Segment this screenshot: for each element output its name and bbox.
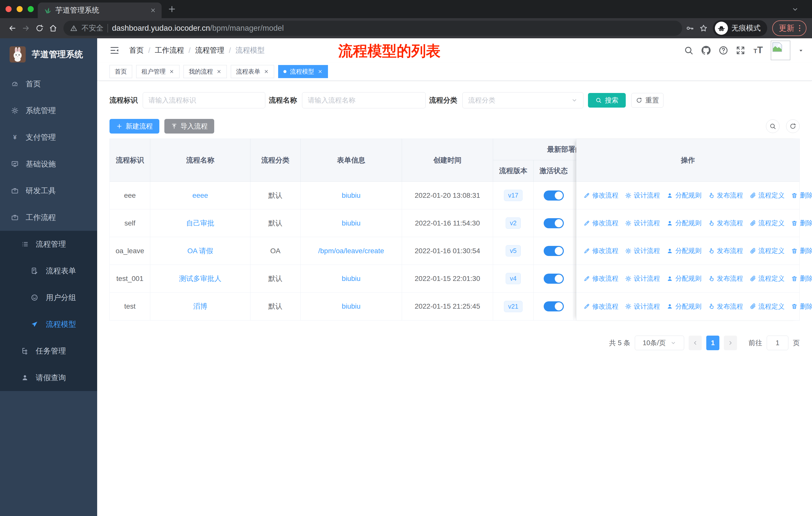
window-controls[interactable] bbox=[5, 6, 34, 12]
cell-form-link[interactable]: /bpm/oa/leave/create bbox=[318, 247, 384, 255]
sidebar-item-5[interactable]: 工作流程 bbox=[0, 204, 97, 231]
toggle-search-panel-button[interactable] bbox=[766, 119, 780, 133]
zoom-window-button[interactable] bbox=[28, 6, 34, 12]
import-process-button[interactable]: 导入流程 bbox=[164, 119, 214, 134]
active-toggle[interactable] bbox=[544, 274, 564, 284]
action-user-link[interactable]: 分配规则 bbox=[667, 274, 701, 283]
action-hand-link[interactable]: 发布流程 bbox=[708, 219, 743, 227]
tag-tab-0[interactable]: 首页 bbox=[110, 65, 132, 78]
action-trash-link[interactable]: 删除 bbox=[791, 274, 812, 283]
close-window-button[interactable] bbox=[5, 6, 11, 12]
sidebar-item-10[interactable]: 任务管理 bbox=[0, 337, 97, 364]
action-gear-link[interactable]: 设计流程 bbox=[625, 274, 660, 283]
action-pen-link[interactable]: 修改流程 bbox=[583, 246, 618, 255]
action-user-link[interactable]: 分配规则 bbox=[667, 219, 701, 227]
cell-form-link[interactable]: biubiu bbox=[342, 275, 361, 283]
tab-close-icon[interactable] bbox=[150, 7, 156, 13]
action-user-link[interactable]: 分配规则 bbox=[667, 246, 701, 255]
page-size-select[interactable]: 10条/页 bbox=[635, 335, 684, 350]
bookmark-star-icon[interactable] bbox=[699, 24, 708, 32]
sidebar-item-1[interactable]: 系统管理 bbox=[0, 97, 97, 124]
action-hand-link[interactable]: 发布流程 bbox=[708, 191, 743, 200]
active-toggle[interactable] bbox=[544, 301, 564, 311]
action-hand-link[interactable]: 发布流程 bbox=[708, 302, 743, 311]
cell-name-link[interactable]: OA 请假 bbox=[187, 246, 213, 256]
tab-search-chevron-icon[interactable] bbox=[791, 5, 799, 13]
filter-id-input[interactable] bbox=[143, 92, 265, 108]
new-tab-button[interactable] bbox=[167, 4, 176, 13]
browser-tab[interactable]: 芋道管理系统 bbox=[38, 2, 162, 18]
github-icon[interactable] bbox=[701, 45, 711, 56]
help-icon[interactable] bbox=[718, 45, 728, 55]
sidebar-item-0[interactable]: 首页 bbox=[0, 71, 97, 97]
update-browser-button[interactable]: 更新 bbox=[772, 20, 807, 36]
forward-button[interactable] bbox=[19, 21, 33, 35]
active-toggle[interactable] bbox=[544, 218, 564, 228]
prev-page-button[interactable] bbox=[689, 335, 702, 350]
security-warning-icon[interactable] bbox=[70, 24, 78, 32]
reload-button[interactable] bbox=[33, 21, 46, 35]
tag-tab-4[interactable]: 流程模型 bbox=[278, 65, 328, 78]
next-page-button[interactable] bbox=[724, 335, 737, 350]
home-button[interactable] bbox=[46, 21, 60, 35]
current-page-button[interactable]: 1 bbox=[706, 335, 719, 350]
tag-close-icon[interactable] bbox=[264, 69, 269, 74]
url-text[interactable]: dashboard.yudao.iocoder.cn/bpm/manager/m… bbox=[112, 24, 284, 33]
filter-name-input[interactable] bbox=[302, 92, 426, 108]
sidebar-item-6[interactable]: 流程管理 bbox=[0, 231, 97, 257]
search-button[interactable]: 搜索 bbox=[588, 93, 626, 108]
sidebar-item-11[interactable]: 请假查询 bbox=[0, 364, 97, 391]
action-hand-link[interactable]: 发布流程 bbox=[708, 274, 743, 283]
filter-category-select[interactable]: 流程分类 bbox=[462, 92, 583, 108]
cell-form-link[interactable]: biubiu bbox=[342, 302, 361, 310]
tag-tab-2[interactable]: 我的流程 bbox=[183, 65, 227, 78]
action-clip-link[interactable]: 流程定义 bbox=[750, 191, 785, 200]
goto-page-input[interactable] bbox=[767, 335, 788, 350]
sidebar-item-8[interactable]: 用户分组 bbox=[0, 284, 97, 311]
action-user-link[interactable]: 分配规则 bbox=[667, 191, 701, 200]
action-clip-link[interactable]: 流程定义 bbox=[750, 246, 785, 255]
url-bar[interactable]: 不安全 dashboard.yudao.iocoder.cn/bpm/manag… bbox=[63, 21, 682, 36]
font-size-icon[interactable]: TT bbox=[753, 45, 764, 56]
password-key-icon[interactable] bbox=[686, 24, 694, 32]
collapse-sidebar-icon[interactable] bbox=[110, 45, 120, 55]
action-trash-link[interactable]: 删除 bbox=[791, 302, 812, 311]
sidebar-item-3[interactable]: 基础设施 bbox=[0, 151, 97, 178]
action-trash-link[interactable]: 删除 bbox=[791, 191, 812, 200]
tag-tab-1[interactable]: 租户管理 bbox=[136, 65, 179, 78]
action-gear-link[interactable]: 设计流程 bbox=[625, 191, 660, 200]
tag-close-icon[interactable] bbox=[318, 69, 323, 74]
fullscreen-icon[interactable] bbox=[735, 45, 746, 55]
active-toggle[interactable] bbox=[544, 246, 564, 256]
tag-tab-3[interactable]: 流程表单 bbox=[231, 65, 274, 78]
sidebar-item-7[interactable]: 流程表单 bbox=[0, 257, 97, 284]
action-clip-link[interactable]: 流程定义 bbox=[750, 274, 785, 283]
security-label[interactable]: 不安全 bbox=[82, 23, 104, 33]
sidebar-item-4[interactable]: 研发工具 bbox=[0, 178, 97, 204]
breadcrumb-item[interactable]: 流程管理 bbox=[195, 45, 224, 55]
user-avatar[interactable] bbox=[771, 40, 790, 60]
action-hand-link[interactable]: 发布流程 bbox=[708, 246, 743, 255]
action-pen-link[interactable]: 修改流程 bbox=[583, 302, 618, 311]
action-gear-link[interactable]: 设计流程 bbox=[625, 246, 660, 255]
action-pen-link[interactable]: 修改流程 bbox=[583, 274, 618, 283]
minimize-window-button[interactable] bbox=[17, 6, 23, 12]
cell-name-link[interactable]: eeee bbox=[192, 191, 208, 199]
tag-close-icon[interactable] bbox=[169, 69, 174, 74]
action-clip-link[interactable]: 流程定义 bbox=[750, 219, 785, 227]
cell-name-link[interactable]: 滔博 bbox=[193, 302, 207, 311]
active-toggle[interactable] bbox=[544, 190, 564, 200]
sidebar-item-9[interactable]: 流程模型 bbox=[0, 311, 97, 337]
cell-name-link[interactable]: 测试多审批人 bbox=[179, 274, 222, 283]
refresh-table-button[interactable] bbox=[786, 119, 800, 133]
action-trash-link[interactable]: 删除 bbox=[791, 219, 812, 227]
action-gear-link[interactable]: 设计流程 bbox=[625, 219, 660, 227]
cell-name-link[interactable]: 自己审批 bbox=[186, 218, 214, 228]
action-pen-link[interactable]: 修改流程 bbox=[583, 219, 618, 227]
action-gear-link[interactable]: 设计流程 bbox=[625, 302, 660, 311]
action-clip-link[interactable]: 流程定义 bbox=[750, 302, 785, 311]
action-pen-link[interactable]: 修改流程 bbox=[583, 191, 618, 200]
breadcrumb-item[interactable]: 工作流程 bbox=[155, 45, 184, 55]
cell-form-link[interactable]: biubiu bbox=[342, 219, 361, 227]
search-icon[interactable] bbox=[684, 45, 694, 55]
